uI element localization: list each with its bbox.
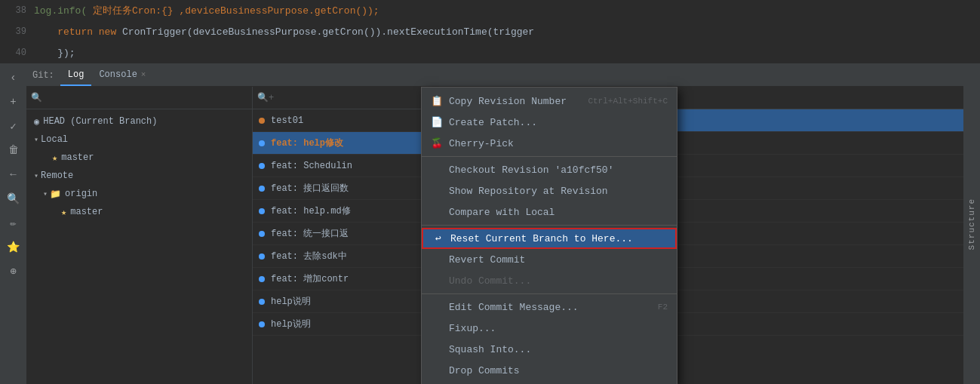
menu-item-create-patch[interactable]: 📄 Create Patch... bbox=[422, 112, 677, 133]
tab-bar: Git: Log Console × bbox=[26, 64, 963, 87]
menu-item-copy-revision[interactable]: 📋 Copy Revision Number Ctrl+Alt+Shift+C bbox=[422, 91, 677, 112]
collapse-icon[interactable]: ‹ bbox=[3, 67, 24, 88]
code-token: return new bbox=[34, 26, 122, 38]
edit-icon[interactable]: ✏ bbox=[3, 212, 24, 233]
branch-item-master-local[interactable]: ★ master bbox=[26, 149, 252, 167]
code-line-40: 40 }); bbox=[0, 42, 980, 63]
code-token: 定时任务Cron:{} ,deviceBusinessPurpose.getCr… bbox=[87, 5, 379, 17]
menu-drop-commits-label: Drop Commits bbox=[449, 365, 668, 376]
code-token: }); bbox=[34, 48, 75, 59]
menu-item-undo-commit: Undo Commit... bbox=[422, 270, 677, 291]
commit-dot-1 bbox=[259, 140, 265, 146]
branch-item-head[interactable]: ◉ HEAD (Current Branch) bbox=[26, 112, 252, 131]
add-circle-icon[interactable]: ⊕ bbox=[3, 260, 24, 281]
menu-create-patch-label: Create Patch... bbox=[449, 117, 668, 128]
branch-head-label: HEAD (Current Branch) bbox=[43, 116, 157, 127]
tab-console-label: Console bbox=[99, 69, 137, 80]
menu-item-fixup[interactable]: Fixup... bbox=[422, 318, 677, 339]
commit-dot-6 bbox=[259, 253, 265, 260]
menu-item-revert-commit[interactable]: Revert Commit bbox=[422, 249, 677, 270]
delete-icon[interactable]: 🗑 bbox=[3, 140, 24, 161]
commit-dot-0 bbox=[259, 118, 265, 124]
menu-item-reset-branch[interactable]: ↩ Reset Current Branch to Here... bbox=[422, 228, 677, 249]
origin-expand-arrow: ▾ bbox=[43, 189, 48, 198]
menu-reset-branch-label: Reset Current Branch to Here... bbox=[450, 233, 666, 244]
commit-dot-2 bbox=[259, 163, 265, 169]
commit-text-6: feat: 去除sdk中 bbox=[271, 250, 347, 263]
commit-dot-4 bbox=[259, 208, 265, 214]
commit-text-7: feat: 增加contr bbox=[271, 272, 349, 285]
branch-search-input[interactable] bbox=[45, 93, 247, 103]
menu-squash-label: Squash Into... bbox=[449, 344, 668, 355]
folder-icon: 📁 bbox=[50, 189, 61, 200]
branch-origin-label: origin bbox=[65, 189, 97, 199]
branch-item-origin[interactable]: ▾ 📁 origin bbox=[26, 185, 252, 203]
tab-console-close[interactable]: × bbox=[141, 70, 146, 79]
commit-text-4: feat: help.md修 bbox=[271, 204, 351, 217]
menu-item-compare-local[interactable]: Compare with Local bbox=[422, 201, 677, 223]
code-token: CronTrigger(deviceBusinessPurpose.getCro… bbox=[122, 26, 534, 38]
add-icon[interactable]: + bbox=[3, 91, 24, 112]
git-label: Git: bbox=[26, 64, 60, 86]
menu-edit-message-label: Edit Commit Message... bbox=[449, 302, 652, 313]
left-sidebar-strip: ‹ + ✓ 🗑 ← 🔍 ✏ ⭐ ⊕ bbox=[0, 64, 26, 384]
branch-item-master-remote[interactable]: ★ master bbox=[26, 203, 252, 221]
local-expand-arrow: ▾ bbox=[34, 135, 38, 144]
reset-branch-icon: ↩ bbox=[432, 232, 444, 244]
code-content-39: return new CronTrigger(deviceBusinessPur… bbox=[34, 26, 534, 38]
menu-item-cherry-pick[interactable]: 🍒 Cherry-Pick bbox=[422, 133, 677, 154]
commit-text-1: feat: help修改 bbox=[271, 137, 343, 149]
branch-search-box: 🔍 bbox=[26, 87, 252, 109]
star-icon[interactable]: ⭐ bbox=[3, 236, 24, 257]
commit-dot-5 bbox=[259, 231, 265, 237]
branch-item-remote-section[interactable]: ▾ Remote bbox=[26, 167, 252, 185]
cherry-pick-icon: 🍒 bbox=[431, 137, 443, 149]
menu-item-show-repo[interactable]: Show Repository at Revision bbox=[422, 180, 677, 201]
tab-log[interactable]: Log bbox=[60, 64, 92, 86]
commit-text-5: feat: 统一接口返 bbox=[271, 227, 349, 240]
branch-remote-label: Remote bbox=[41, 170, 73, 181]
create-patch-icon: 📄 bbox=[431, 116, 443, 128]
commit-search-icon: 🔍+ bbox=[257, 92, 274, 103]
code-line-38: 38 log.info( 定时任务Cron:{} ,deviceBusiness… bbox=[0, 0, 980, 21]
code-content-38: log.info( 定时任务Cron:{} ,deviceBusinessPur… bbox=[34, 4, 379, 17]
right-sidebar-strip: Structure bbox=[963, 64, 980, 384]
menu-separator-3 bbox=[422, 293, 677, 294]
search-icon[interactable]: 🔍 bbox=[3, 188, 24, 209]
menu-item-checkout[interactable]: Checkout Revision 'a10fcf50' bbox=[422, 159, 677, 180]
check-icon[interactable]: ✓ bbox=[3, 115, 24, 137]
copy-revision-icon: 📋 bbox=[431, 95, 443, 107]
line-number-40: 40 bbox=[0, 48, 34, 58]
branch-local-label: Local bbox=[41, 134, 68, 145]
commit-dot-9 bbox=[259, 321, 265, 327]
branch-tree: ◉ HEAD (Current Branch) ▾ Local ★ master… bbox=[26, 109, 252, 384]
commit-dot-3 bbox=[259, 186, 265, 192]
menu-edit-message-shortcut: F2 bbox=[658, 303, 668, 312]
commit-text-0: test01 bbox=[271, 115, 303, 126]
branch-master-local-label: master bbox=[61, 152, 94, 163]
commit-dot-7 bbox=[259, 276, 265, 282]
line-number-39: 39 bbox=[0, 26, 34, 37]
context-menu: 📋 Copy Revision Number Ctrl+Alt+Shift+C … bbox=[421, 87, 677, 384]
menu-item-edit-message[interactable]: Edit Commit Message... F2 bbox=[422, 296, 677, 318]
code-area: 38 log.info( 定时任务Cron:{} ,deviceBusiness… bbox=[0, 0, 980, 64]
back-icon[interactable]: ← bbox=[3, 164, 24, 185]
commit-text-2: feat: Schedulin bbox=[271, 161, 352, 171]
menu-item-squash[interactable]: Squash Into... bbox=[422, 339, 677, 360]
menu-separator-1 bbox=[422, 156, 677, 157]
menu-copy-revision-shortcut: Ctrl+Alt+Shift+C bbox=[588, 97, 668, 106]
master-remote-icon: ★ bbox=[61, 207, 66, 218]
commit-text-8: help说明 bbox=[271, 295, 311, 308]
commit-text-9: help说明 bbox=[271, 318, 311, 330]
structure-label: Structure bbox=[967, 198, 976, 250]
menu-compare-local-label: Compare with Local bbox=[449, 207, 668, 218]
code-token: log.info( bbox=[34, 5, 87, 17]
menu-cherry-pick-label: Cherry-Pick bbox=[449, 138, 668, 149]
menu-undo-commit-label: Undo Commit... bbox=[449, 275, 668, 287]
menu-item-drop-commits[interactable]: Drop Commits bbox=[422, 360, 677, 381]
code-line-39: 39 return new CronTrigger(deviceBusiness… bbox=[0, 21, 980, 42]
tab-console[interactable]: Console × bbox=[91, 64, 153, 86]
branch-item-local-section[interactable]: ▾ Local bbox=[26, 131, 252, 149]
branch-panel: 🔍 ◉ HEAD (Current Branch) ▾ Local ★ mast… bbox=[26, 87, 253, 384]
line-number-38: 38 bbox=[0, 5, 34, 16]
